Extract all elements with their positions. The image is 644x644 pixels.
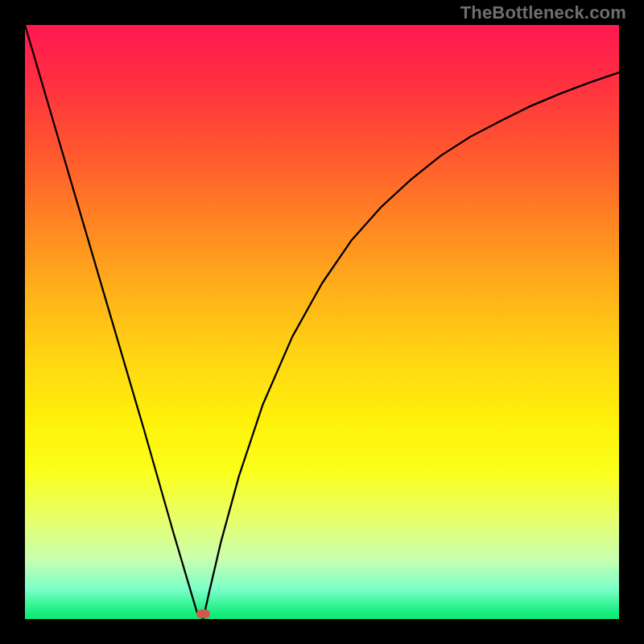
plot-area [25,25,619,619]
curve-right-branch [203,72,619,619]
watermark-text: TheBottleneck.com [460,2,626,23]
optimal-point-marker [196,609,210,618]
chart-frame: TheBottleneck.com [0,0,644,644]
bottleneck-curve [25,25,619,619]
curve-left-branch [25,25,203,619]
